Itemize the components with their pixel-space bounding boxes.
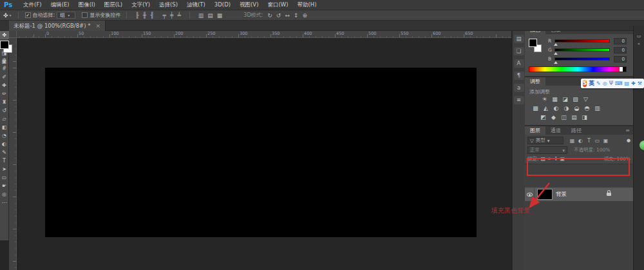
wrench-icon[interactable]: ⚒ <box>638 79 642 88</box>
menu-item[interactable]: 视图(V) <box>235 0 263 10</box>
vertical-ruler[interactable] <box>9 38 17 270</box>
blue-value[interactable]: 0 <box>614 56 627 63</box>
type-tool[interactable]: T <box>0 157 9 165</box>
3d-roll-icon[interactable]: ↺ <box>274 11 283 20</box>
clone-stamp-tool[interactable]: ♜ <box>0 98 9 106</box>
menu-item[interactable]: 选择(S) <box>155 0 182 10</box>
distribute-spacing-icon[interactable]: ▦ <box>215 11 225 20</box>
3d-drag-icon[interactable]: ↔ <box>283 11 292 20</box>
sogou-logo[interactable]: S <box>583 80 587 87</box>
threshold-icon[interactable]: ◆ <box>549 113 558 121</box>
exposure-icon[interactable]: ▧ <box>571 95 580 103</box>
clipboard-icon[interactable]: ▤ <box>625 79 630 88</box>
menu-item[interactable]: 滤镜(T) <box>182 0 210 10</box>
target-icon[interactable]: ◎ <box>603 79 607 88</box>
eyedropper-tool[interactable]: ✐ <box>0 73 9 81</box>
horizontal-ruler[interactable]: 050100150200250300350400450500550600650 <box>17 31 511 38</box>
opacity-field[interactable]: 不透明度: 100% <box>574 147 610 153</box>
lut-icon[interactable]: ◨ <box>580 113 589 121</box>
selective-color-icon[interactable]: ▤ <box>570 113 578 121</box>
filter-adjustment-layers-icon[interactable]: ◐ <box>577 138 584 144</box>
menu-item[interactable]: 帮助(H) <box>293 0 321 10</box>
paragraph-panel-icon[interactable]: ¶ <box>514 72 524 80</box>
keyboard-icon[interactable]: ⌨ <box>615 79 623 88</box>
canvas[interactable] <box>45 68 477 237</box>
color-balance-icon[interactable]: ◭ <box>542 104 550 112</box>
layer-filter-type-dropdown[interactable]: ▽ 类型 ▾ <box>527 137 564 144</box>
slider-thumb[interactable] <box>554 52 558 55</box>
3d-slide-icon[interactable]: ↕ <box>292 11 301 20</box>
close-tab-icon[interactable]: × <box>95 21 100 31</box>
collapse-dock-icon[interactable]: « <box>638 41 640 46</box>
green-value[interactable]: 0 <box>614 47 627 53</box>
brush-tool[interactable]: ✏ <box>0 90 9 98</box>
show-transform-checkbox[interactable] <box>82 12 88 18</box>
edit-toolbar-ellipsis[interactable]: ⋯ <box>0 198 9 207</box>
shape-tool[interactable]: ▭ <box>0 173 9 182</box>
align-vertical-centers-icon[interactable]: ╪ <box>168 11 175 20</box>
filter-toggle-icon[interactable]: ● <box>627 138 630 143</box>
glyphs-panel-icon[interactable]: a <box>514 84 524 92</box>
align-bottom-edges-icon[interactable]: ╧ <box>175 11 182 20</box>
distribute-horizontal-icon[interactable]: ▤ <box>205 11 215 20</box>
filter-type-layers-icon[interactable]: T <box>585 138 592 144</box>
menu-item[interactable]: 文字(Y) <box>127 0 155 10</box>
toolbox-icon[interactable]: ✚ <box>631 79 636 88</box>
foreground-color-swatch[interactable] <box>0 41 9 49</box>
3d-scale-icon[interactable]: ⊕ <box>301 11 310 20</box>
ruler-corner[interactable] <box>9 31 17 38</box>
tool-preset-caret-icon[interactable]: ▾ <box>10 13 12 17</box>
blue-slider[interactable] <box>554 57 610 61</box>
gradient-tool[interactable]: ◧ <box>0 123 9 131</box>
menu-item[interactable]: 窗口(W) <box>263 0 292 10</box>
pen-tool[interactable]: ✎ <box>0 148 9 157</box>
menu-item[interactable]: 图层(L) <box>100 0 127 10</box>
color-lookup-icon[interactable]: ◓ <box>583 104 591 112</box>
foreground-color-swatch[interactable] <box>529 39 537 47</box>
curves-icon[interactable]: ◪ <box>561 95 569 103</box>
filter-pixel-layers-icon[interactable]: ▦ <box>569 138 576 144</box>
healing-brush-tool[interactable]: ✚ <box>0 81 9 90</box>
auto-select-checkbox[interactable]: ✓ <box>25 12 31 18</box>
invert-icon[interactable]: ◩ <box>539 113 547 121</box>
hue-saturation-icon[interactable]: ▩ <box>531 104 540 112</box>
slider-thumb[interactable] <box>554 43 558 46</box>
dodge-tool[interactable]: ◐ <box>0 140 9 148</box>
gradient-map-icon[interactable]: ◫ <box>560 113 568 121</box>
move-tool[interactable]: ✜ <box>0 31 9 39</box>
black-chip[interactable] <box>623 67 626 72</box>
color-spectrum-ramp[interactable] <box>529 66 627 72</box>
brightness-contrast-icon[interactable]: ☀ <box>540 95 549 103</box>
black-white-icon[interactable]: ◐ <box>552 104 560 112</box>
tab-adjustments[interactable]: 调整 <box>525 77 545 86</box>
tab-paths[interactable]: 路径 <box>566 126 587 135</box>
menu-item[interactable]: 图像(I) <box>74 0 100 10</box>
color-swatches[interactable] <box>0 41 9 49</box>
info-panel-icon[interactable]: ❏ <box>514 47 524 55</box>
align-horizontal-centers-icon[interactable]: ╫ <box>141 11 148 20</box>
menu-item[interactable]: 文件(F) <box>19 0 46 10</box>
ime-language-mode[interactable]: 英 <box>589 79 594 88</box>
slider-thumb[interactable] <box>554 61 558 64</box>
distribute-vertical-icon[interactable]: ▥ <box>196 11 206 20</box>
blend-mode-dropdown[interactable]: 正常 ▾ <box>527 146 567 154</box>
history-brush-tool[interactable]: ↺ <box>0 106 9 115</box>
red-value[interactable]: 0 <box>614 38 627 44</box>
collapsed-history-panel-icon[interactable]: ▭ <box>637 34 641 39</box>
mic-icon[interactable]: Ψ <box>609 79 613 88</box>
clone-source-panel-icon[interactable]: ▤ <box>514 35 524 43</box>
vibrance-icon[interactable]: ▽ <box>582 95 590 103</box>
levels-icon[interactable]: ▦ <box>551 95 559 103</box>
panel-menu-icon[interactable]: ≡ <box>622 126 633 135</box>
eraser-tool[interactable]: ▱ <box>0 115 9 123</box>
auto-select-dropdown[interactable]: 组 ▾ <box>57 12 75 19</box>
hand-tool[interactable]: ☛ <box>0 182 9 190</box>
photo-filter-icon[interactable]: ◑ <box>562 104 571 112</box>
menu-item[interactable]: 3D(D) <box>210 0 235 10</box>
posterize-icon[interactable]: ▥ <box>593 104 601 112</box>
document-tab[interactable]: 未标题-1 @ 100%(RGB/8#) * × <box>9 21 106 31</box>
red-slider[interactable] <box>554 39 610 43</box>
tab-layers[interactable]: 图层 <box>525 126 545 135</box>
filter-shape-layers-icon[interactable]: ▭ <box>594 138 601 144</box>
path-selection-tool[interactable]: ➤ <box>0 165 9 173</box>
